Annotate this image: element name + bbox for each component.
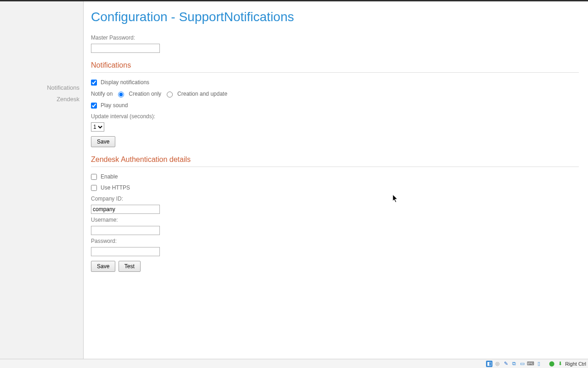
main-content: Configuration - SupportNotifications Mas… <box>84 1 588 359</box>
vm-taskbar: ◧ ◎ ✎ ⧉ ▭ ⌨ ▯ ⬤ ⬇ Right Ctrl <box>0 359 588 368</box>
notifications-save-button[interactable]: Save <box>91 136 115 147</box>
notify-creation-only-radio[interactable] <box>118 92 124 98</box>
username-input[interactable] <box>91 226 160 235</box>
password-input[interactable] <box>91 247 160 256</box>
sidebar: Notifications Zendesk <box>0 1 84 359</box>
tray-usb-icon[interactable]: ✎ <box>503 361 509 367</box>
zendesk-enable-checkbox[interactable] <box>91 174 97 180</box>
notify-creation-update-label: Creation and update <box>177 91 227 97</box>
tray-host-key-label: Right Ctrl <box>565 361 586 367</box>
page-title: Configuration - SupportNotifications <box>91 10 579 24</box>
app-layout: Notifications Zendesk Configuration - Su… <box>0 1 588 359</box>
master-password-input[interactable] <box>91 44 160 53</box>
tray-network-icon[interactable]: ⌨ <box>527 361 534 367</box>
notify-creation-update-radio[interactable] <box>167 92 173 98</box>
company-id-input[interactable] <box>91 205 160 214</box>
notify-creation-only-label: Creation only <box>129 91 161 97</box>
username-label: Username: <box>91 217 579 223</box>
update-interval-select[interactable]: 1 <box>91 122 104 132</box>
tray-host-key-icon[interactable]: ⬇ <box>557 361 563 367</box>
display-notifications-label: Display notifications <box>101 79 149 86</box>
sidebar-item-zendesk[interactable]: Zendesk <box>0 93 83 105</box>
section-divider <box>91 167 579 167</box>
sidebar-item-notifications[interactable]: Notifications <box>0 82 83 93</box>
tray-hdd-icon[interactable]: ◧ <box>486 361 492 367</box>
play-sound-checkbox[interactable] <box>91 103 97 109</box>
tray-display-icon[interactable]: ▭ <box>519 361 526 367</box>
master-password-label: Master Password: <box>91 34 579 41</box>
zendesk-test-button[interactable]: Test <box>119 261 141 272</box>
zendesk-https-checkbox[interactable] <box>91 185 97 191</box>
zendesk-https-label: Use HTTPS <box>101 184 130 191</box>
notify-on-label: Notify on <box>91 91 113 97</box>
play-sound-label: Play sound <box>101 102 128 109</box>
tray-cd-icon[interactable]: ◎ <box>494 361 501 367</box>
update-interval-label: Update interval (seconds): <box>91 113 579 120</box>
notifications-section-title: Notifications <box>91 61 579 69</box>
section-divider <box>91 72 579 73</box>
password-label: Password: <box>91 238 579 244</box>
zendesk-section-title: Zendesk Authentication details <box>91 155 579 164</box>
company-id-label: Company ID: <box>91 196 579 202</box>
display-notifications-checkbox[interactable] <box>91 80 97 86</box>
zendesk-enable-label: Enable <box>101 173 118 180</box>
tray-audio-icon[interactable]: ▯ <box>536 361 542 367</box>
tray-shared-folder-icon[interactable]: ⧉ <box>511 361 517 367</box>
zendesk-save-button[interactable]: Save <box>91 261 115 272</box>
tray-mouse-integration-icon[interactable]: ⬤ <box>548 361 555 367</box>
